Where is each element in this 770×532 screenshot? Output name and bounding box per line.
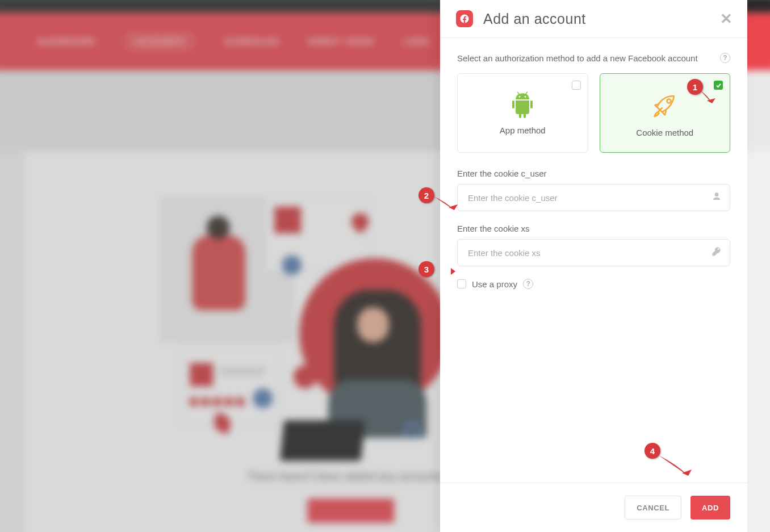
checked-box-icon [714, 81, 723, 90]
proxy-help-icon[interactable]: ? [523, 279, 533, 289]
cuser-input[interactable] [458, 185, 730, 211]
svg-rect-0 [512, 100, 514, 108]
android-icon [509, 91, 536, 119]
xs-input[interactable] [458, 240, 730, 266]
help-icon[interactable]: ? [720, 53, 730, 63]
user-icon [712, 191, 722, 204]
close-icon[interactable]: ✕ [720, 11, 733, 26]
panel-title: Add an account [483, 11, 720, 27]
cancel-button[interactable]: CANCEL [625, 496, 681, 520]
add-button[interactable]: ADD [691, 496, 730, 520]
method-app-card[interactable]: App method [457, 73, 588, 153]
rocket-icon [649, 89, 681, 121]
proxy-label: Use a proxy [472, 279, 517, 289]
svg-rect-1 [530, 100, 533, 108]
method-cookie-label: Cookie method [636, 128, 693, 137]
facebook-icon [456, 10, 473, 27]
method-app-label: App method [500, 125, 546, 135]
method-cookie-card[interactable]: Cookie method [600, 73, 731, 153]
svg-point-2 [667, 99, 671, 103]
add-account-panel: Add an account ✕ Select an authorization… [440, 0, 747, 532]
unchecked-box-icon [572, 81, 581, 90]
xs-label: Enter the cookie xs [457, 224, 730, 233]
modal-backdrop [0, 0, 440, 532]
key-icon [712, 246, 722, 259]
panel-instruction: Select an authorization method to add a … [457, 53, 698, 63]
proxy-checkbox[interactable] [457, 279, 466, 288]
cuser-label: Enter the cookie c_user [457, 169, 730, 178]
